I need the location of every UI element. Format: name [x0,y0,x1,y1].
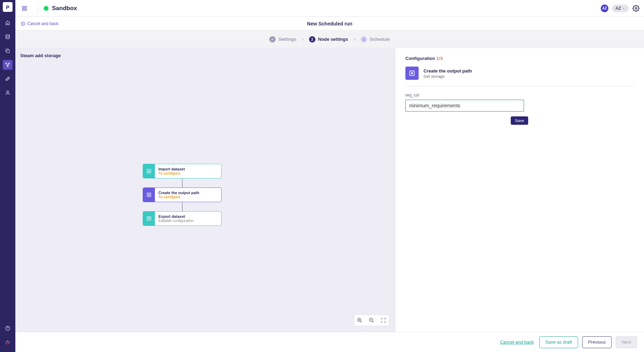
nav-basket-icon[interactable] [3,337,13,347]
nav-copy-icon[interactable] [3,46,13,56]
path-icon [143,188,155,202]
workflow-title: Steam add storage [20,53,61,58]
node-title: Create the output path [158,191,199,195]
zoom-controls [354,314,389,326]
fit-view-icon[interactable] [379,316,388,324]
svg-point-12 [635,7,637,9]
field-label-req-col: req_col [405,93,634,98]
step-label: Node settings [318,37,348,42]
step-number: 2 [309,36,315,43]
user-label: AZ [615,6,621,11]
user-menu[interactable]: AZ [612,5,629,12]
step-settings[interactable]: Settings [269,36,296,43]
save-as-draft-button[interactable]: Save as draft [539,336,578,348]
brand-logo[interactable]: P [3,2,13,12]
svg-point-13 [21,22,25,25]
stepper: Settings 2 Node settings 3 Schedule [15,31,644,48]
subheader: Cancel and back New Scheduled run [15,17,644,31]
svg-point-3 [8,63,9,64]
req-col-input[interactable] [405,100,524,112]
export-icon [143,212,155,225]
svg-rect-8 [22,6,24,8]
config-heading: Configuration 1/3 [405,56,634,61]
svg-rect-11 [25,9,27,10]
workflow-canvas[interactable]: Steam add storage Import dataset To conf… [15,48,396,332]
config-card: Create the output path Get storage [405,67,634,86]
nav-workflow-icon[interactable] [3,60,13,70]
zoom-in-icon[interactable] [355,316,364,324]
env-name: Sandbox [52,5,77,12]
svg-point-5 [8,78,8,79]
previous-button[interactable]: Previous [582,336,612,348]
node-connector [182,178,182,188]
step-schedule[interactable]: 3 Schedule [361,36,390,43]
chevron-right-icon [301,37,305,41]
node-connector [182,202,182,211]
nav-user-icon[interactable] [3,88,13,98]
config-card-subtitle: Get storage [424,74,472,78]
step-node-settings[interactable]: 2 Node settings [309,36,348,43]
cancel-and-back-link-footer[interactable]: Cancel and back [500,339,534,345]
import-icon [143,164,155,178]
page-title: New Scheduled run [307,21,352,26]
node-title: Import dataset [158,167,185,171]
cancel-and-back-label: Cancel and back [27,21,58,26]
node-import-dataset[interactable]: Import dataset To configure [143,164,222,178]
node-create-output-path[interactable]: Create the output path To configure [143,188,222,202]
avatar[interactable]: AZ [601,5,608,12]
svg-rect-10 [22,9,24,10]
check-icon [269,36,276,43]
node-title: Export dataset [158,214,194,219]
divider [38,3,38,13]
nav-home-icon[interactable] [3,18,13,28]
config-heading-label: Configuration [405,56,435,61]
svg-rect-9 [25,6,27,8]
svg-point-6 [7,91,8,93]
cancel-and-back-link[interactable]: Cancel and back [21,21,58,26]
config-heading-count: 1/3 [436,56,443,61]
arrow-left-circle-icon [21,22,25,26]
svg-point-0 [6,35,10,36]
left-sidebar: P [0,0,15,352]
env-status-dot [44,6,48,11]
path-icon [405,67,419,80]
topbar: Sandbox AZ AZ [15,0,644,17]
config-panel: Configuration 1/3 Create the output path… [396,48,644,332]
step-label: Schedule [370,37,390,42]
step-number: 3 [361,36,367,43]
node-subtitle: To configure [158,195,199,199]
apps-grid-icon[interactable] [20,3,29,13]
zoom-out-icon[interactable] [367,316,376,324]
svg-rect-1 [7,50,9,53]
nav-rocket-icon[interactable] [3,74,13,84]
config-card-title: Create the output path [424,68,472,74]
save-button[interactable]: Save [511,116,528,125]
svg-point-2 [6,63,7,64]
chevron-down-icon [622,7,625,10]
node-subtitle: To configure [158,171,185,175]
node-export-dataset[interactable]: Export dataset Editable configuration [143,211,222,226]
chevron-right-icon [352,37,357,41]
node-subtitle: Editable configuration [158,219,194,223]
next-button: Next [616,336,637,348]
settings-icon[interactable] [632,5,640,12]
workflow-flow: Import dataset To configure Create the o… [143,164,222,226]
nav-help-icon[interactable] [3,323,13,333]
nav-database-icon[interactable] [3,32,13,42]
step-label: Settings [278,37,296,42]
footer: Cancel and back Save as draft Previous N… [15,332,644,352]
